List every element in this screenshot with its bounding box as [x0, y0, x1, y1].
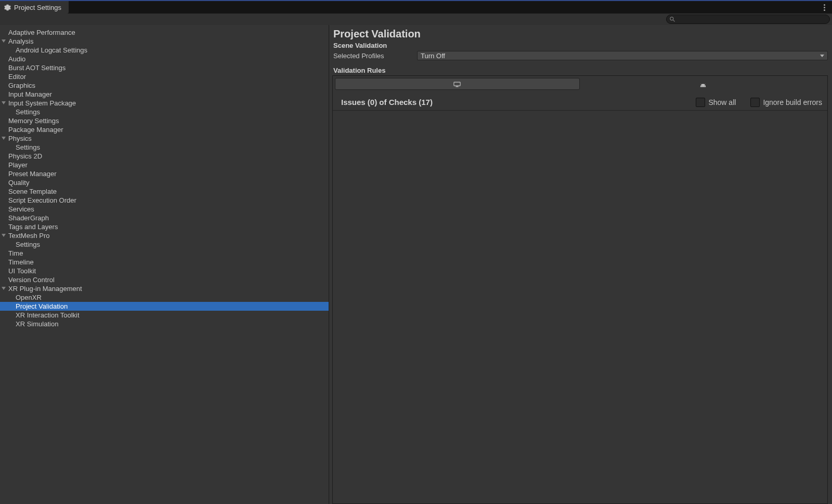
sidebar-item[interactable]: UI Toolkit	[0, 267, 329, 275]
sidebar-item-label: Adaptive Performance	[8, 29, 75, 36]
sidebar-item[interactable]: OpenXR	[0, 293, 329, 302]
sidebar-item[interactable]: Burst AOT Settings	[0, 63, 329, 72]
sidebar-item-label: Time	[8, 249, 23, 257]
sidebar-item[interactable]: Player	[0, 161, 329, 169]
sidebar-item[interactable]: Physics 2D	[0, 152, 329, 161]
sidebar-item[interactable]: XR Interaction Toolkit	[0, 311, 329, 320]
svg-point-5	[701, 85, 702, 86]
scene-validation-heading: Scene Validation	[332, 41, 828, 50]
sidebar-item[interactable]: Audio	[0, 55, 329, 63]
sidebar-item-label: UI Toolkit	[8, 267, 36, 275]
sidebar-item[interactable]: Settings	[0, 143, 329, 152]
selected-profiles-value: Turn Off	[421, 52, 445, 60]
titlebar: Project Settings	[0, 0, 832, 14]
sidebar-item-label: Graphics	[8, 82, 35, 89]
expand-arrow-icon[interactable]	[2, 101, 6, 104]
expand-arrow-icon[interactable]	[2, 234, 6, 237]
svg-point-0	[670, 17, 673, 20]
sidebar-item-label: Services	[8, 205, 34, 213]
sidebar-item-label: Input Manager	[8, 90, 52, 98]
show-all-checkbox[interactable]	[696, 98, 705, 107]
sidebar-item[interactable]: Android Logcat Settings	[0, 46, 329, 55]
sidebar-item[interactable]: Adaptive Performance	[0, 28, 329, 37]
sidebar-item[interactable]: Settings	[0, 240, 329, 249]
selected-profiles-label: Selected Profiles	[333, 52, 414, 60]
selected-profiles-dropdown[interactable]: Turn Off	[417, 51, 828, 60]
sidebar-item[interactable]: Project Validation	[0, 302, 329, 311]
sidebar-item[interactable]: Package Manager	[0, 125, 329, 134]
sidebar-item-label: XR Plug-in Management	[8, 285, 82, 293]
sidebar-item-label: Package Manager	[8, 126, 63, 134]
sidebar-item[interactable]: Time	[0, 249, 329, 258]
platform-tabs	[335, 78, 825, 90]
project-settings-window: Project Settings Adaptive PerformanceAna…	[0, 0, 832, 504]
sidebar-item[interactable]: Version Control	[0, 275, 329, 284]
ignore-build-errors-group: Ignore build errors	[750, 98, 822, 107]
sidebar-item-label: Analysis	[8, 37, 33, 45]
svg-line-7	[701, 84, 701, 84]
monitor-icon	[453, 81, 461, 87]
svg-line-1	[673, 20, 675, 22]
show-all-label: Show all	[708, 98, 736, 107]
expand-arrow-icon[interactable]	[2, 137, 6, 140]
sidebar-item-label: Editor	[8, 73, 26, 81]
sidebar-item-label: XR Interaction Toolkit	[16, 311, 80, 319]
window-menu-button[interactable]	[820, 1, 832, 14]
expand-arrow-icon[interactable]	[2, 287, 6, 290]
platform-tab-android[interactable]	[581, 78, 826, 90]
sidebar-item[interactable]: XR Plug-in Management	[0, 284, 329, 293]
sidebar-item-label: Android Logcat Settings	[16, 46, 87, 54]
sidebar-item[interactable]: Quality	[0, 178, 329, 187]
sidebar-item-label: Burst AOT Settings	[8, 64, 66, 72]
content-panel: Project Validation Scene Validation Sele…	[329, 25, 832, 504]
search-wrap	[666, 15, 830, 24]
ignore-build-errors-label: Ignore build errors	[763, 98, 822, 107]
window-tab[interactable]: Project Settings	[0, 1, 69, 14]
toolbar	[0, 14, 832, 25]
sidebar-item-label: Preset Manager	[8, 170, 57, 178]
sidebar-item-label: Player	[8, 161, 28, 169]
sidebar-item[interactable]: Timeline	[0, 258, 329, 267]
sidebar-item[interactable]: ShaderGraph	[0, 214, 329, 222]
sidebar-item-label: Physics 2D	[8, 152, 42, 160]
sidebar-item[interactable]: Preset Manager	[0, 169, 329, 178]
sidebar-item-label: Scene Template	[8, 188, 57, 195]
ignore-build-errors-checkbox[interactable]	[750, 98, 760, 107]
sidebar-item[interactable]: Tags and Layers	[0, 222, 329, 231]
sidebar-item-label: Project Validation	[16, 302, 68, 310]
issues-list	[333, 110, 827, 503]
sidebar-item[interactable]: Input System Package	[0, 99, 329, 108]
issues-header: Issues (0) of Checks (17) Show all Ignor…	[333, 94, 827, 110]
validation-rules-panel: Issues (0) of Checks (17) Show all Ignor…	[332, 75, 828, 504]
sidebar-item[interactable]: Scene Template	[0, 187, 329, 196]
sidebar-item-label: Memory Settings	[8, 117, 59, 125]
sidebar-item[interactable]: Physics	[0, 134, 329, 143]
sidebar-item-label: TextMesh Pro	[8, 232, 49, 240]
settings-sidebar: Adaptive PerformanceAnalysisAndroid Logc…	[0, 25, 329, 504]
search-icon	[669, 16, 675, 22]
sidebar-item[interactable]: Memory Settings	[0, 116, 329, 125]
chevron-down-icon	[820, 55, 824, 57]
sidebar-item[interactable]: XR Simulation	[0, 320, 329, 328]
sidebar-item-label: Input System Package	[8, 99, 76, 107]
sidebar-item[interactable]: Script Execution Order	[0, 196, 329, 205]
sidebar-item[interactable]: TextMesh Pro	[0, 231, 329, 240]
sidebar-item-label: Physics	[8, 135, 32, 142]
sidebar-item[interactable]: Editor	[0, 72, 329, 81]
platform-tab-standalone[interactable]	[335, 78, 580, 90]
sidebar-item-label: Settings	[16, 108, 40, 116]
expand-arrow-icon[interactable]	[2, 39, 6, 43]
svg-point-6	[704, 85, 704, 86]
sidebar-item[interactable]: Services	[0, 205, 329, 214]
sidebar-item[interactable]: Input Manager	[0, 90, 329, 99]
sidebar-item[interactable]: Analysis	[0, 37, 329, 46]
issues-title: Issues (0) of Checks (17)	[341, 98, 681, 107]
search-input[interactable]	[666, 15, 830, 24]
sidebar-item-label: Tags and Layers	[8, 223, 58, 231]
validation-rules-heading: Validation Rules	[332, 66, 828, 75]
sidebar-item[interactable]: Settings	[0, 108, 329, 116]
sidebar-item-label: Settings	[16, 241, 40, 248]
sidebar-item-label: OpenXR	[16, 294, 42, 301]
svg-line-8	[704, 84, 705, 84]
sidebar-item[interactable]: Graphics	[0, 81, 329, 90]
